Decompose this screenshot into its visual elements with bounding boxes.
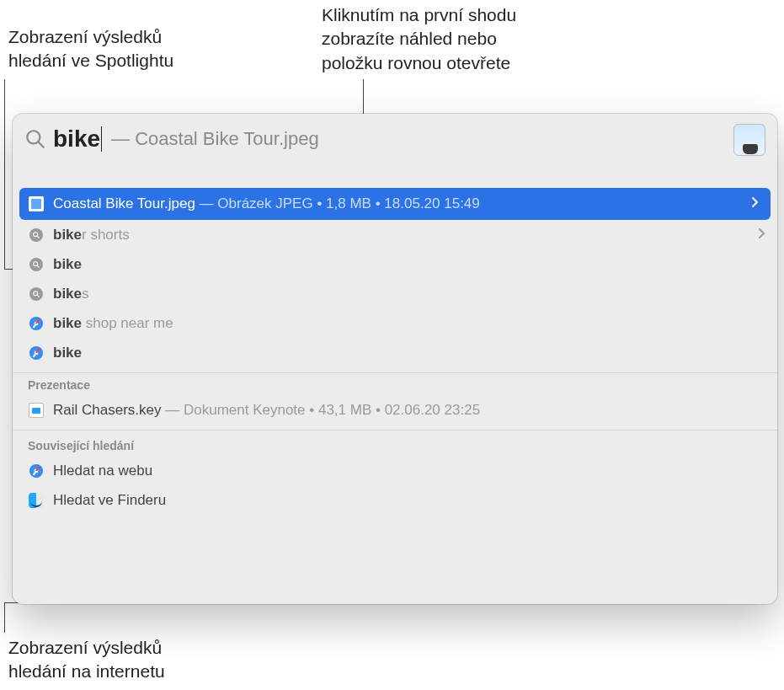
suggestion-row[interactable]: bike <box>13 338 777 367</box>
safari-icon <box>28 345 45 361</box>
suggestion-label: bike shop near me <box>53 315 173 332</box>
finder-icon <box>28 492 45 509</box>
search-suggestion-icon <box>28 286 45 302</box>
top-hit-thumbnail[interactable] <box>733 124 765 156</box>
svg-line-5 <box>37 265 40 267</box>
suggestion-row[interactable]: biker shorts <box>13 220 777 249</box>
top-hit-meta: Obrázek JPEG • 1,8 MB • 18.05.20 15:49 <box>217 195 479 211</box>
suggestion-label: biker shorts <box>53 227 130 243</box>
chevron-right-icon <box>750 195 759 212</box>
section-heading-related: Související hledání <box>13 430 777 456</box>
presentation-row[interactable]: Rail Chasers.key — Dokument Keynote • 43… <box>13 395 777 425</box>
text-cursor <box>101 126 102 152</box>
search-suggestion-icon <box>28 256 45 273</box>
suggestion-label: bike <box>53 256 82 273</box>
related-search-row[interactable]: Hledat na webu <box>13 456 777 485</box>
svg-line-1 <box>38 142 44 147</box>
keynote-icon <box>28 402 45 419</box>
search-icon <box>24 128 46 150</box>
top-hit-row[interactable]: Coastal Bike Tour.jpeg — Obrázek JPEG • … <box>19 188 771 220</box>
related-search-label: Hledat na webu <box>53 463 152 479</box>
search-row[interactable]: bike — Coastal Bike Tour.jpeg <box>13 114 777 164</box>
callout-bottom: Zobrazení výsledků hledání na internetu <box>8 636 165 684</box>
results-list: Coastal Bike Tour.jpeg — Obrázek JPEG • … <box>13 164 777 515</box>
suggestion-label: bike <box>53 345 82 361</box>
suggestion-row[interactable]: bike <box>13 249 777 279</box>
safari-icon <box>28 463 45 479</box>
search-suggestion-icon <box>28 227 45 243</box>
svg-line-7 <box>37 294 40 297</box>
svg-line-3 <box>37 235 40 238</box>
leader-line <box>4 79 5 270</box>
safari-icon <box>28 315 45 332</box>
spotlight-window: bike — Coastal Bike Tour.jpeg Coastal Bi… <box>13 114 777 604</box>
suggestion-row[interactable]: bike shop near me <box>13 308 777 338</box>
presentation-title: Rail Chasers.key <box>53 402 162 418</box>
related-search-label: Hledat ve Finderu <box>53 492 166 509</box>
suggestion-label: bikes <box>53 286 89 302</box>
callout-top-right: Kliknutím na první shodu zobrazíte náhle… <box>322 3 516 75</box>
section-heading-presentations: Prezentace <box>13 372 777 395</box>
search-completion: — Coastal Bike Tour.jpeg <box>111 128 319 150</box>
related-search-row[interactable]: Hledat ve Finderu <box>13 485 777 515</box>
jpeg-icon <box>28 195 45 212</box>
callout-top-left: Zobrazení výsledků hledání ve Spotlightu <box>8 25 173 73</box>
search-query: bike <box>53 126 103 152</box>
chevron-right-icon <box>757 227 765 243</box>
leader-line <box>4 602 5 633</box>
presentation-meta: Dokument Keynote • 43,1 MB • 02.06.20 23… <box>184 402 480 418</box>
top-hit-title: Coastal Bike Tour.jpeg <box>53 195 195 211</box>
suggestion-row[interactable]: bikes <box>13 279 777 308</box>
